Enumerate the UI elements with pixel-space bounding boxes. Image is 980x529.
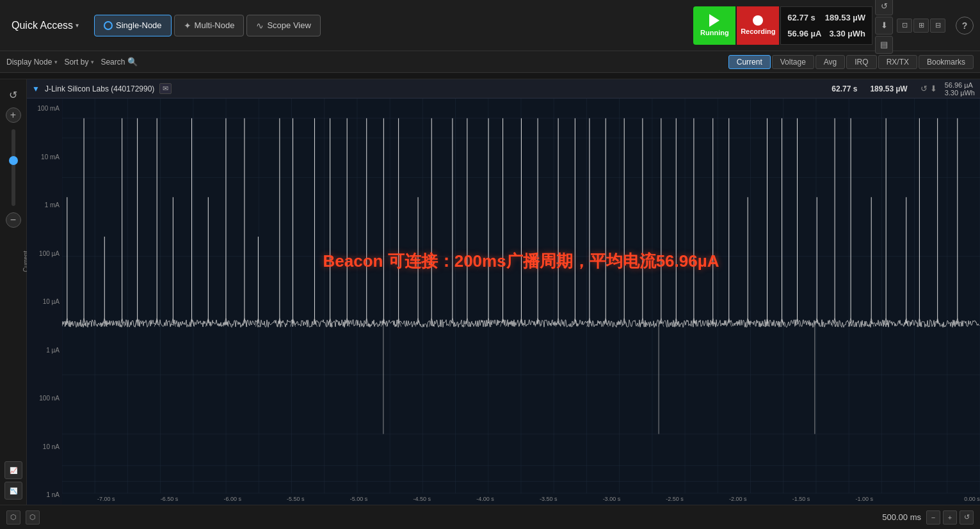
search-label: Search [100, 58, 125, 67]
scope-view-icon: ∿ [256, 20, 264, 31]
current-value: 56.96 µA [787, 29, 821, 38]
y-label-1na: 1 nA [29, 491, 60, 498]
view-tabs: Current Voltage Avg IRQ RX/TX Bookmarks [728, 55, 974, 69]
node-download-icon[interactable]: ⬇ [930, 84, 937, 93]
chart-type-button-1[interactable]: 📈 [4, 461, 22, 479]
quick-access-label: Quick Access [12, 20, 73, 31]
zoom-out-button[interactable]: − [6, 212, 21, 228]
zoom-reset-button[interactable]: ↺ [960, 510, 974, 525]
bottom-right: − + ↺ [926, 510, 974, 525]
help-icon: ? [962, 20, 968, 31]
search-icon: 🔍 [127, 57, 138, 67]
power-value: 189.53 µW [825, 13, 865, 22]
zoom-decrease-button[interactable]: − [926, 510, 940, 525]
node-icons-right: ↺ ⬇ [920, 84, 937, 93]
chart-type-button-2[interactable]: 📉 [4, 482, 22, 500]
bottom-icon-2[interactable]: ⬡ [26, 510, 40, 525]
y-label-100ma: 100 mA [29, 105, 60, 112]
thin-strip [0, 73, 980, 79]
multi-node-label: Multi-Node [195, 20, 235, 30]
zoom-slider[interactable] [12, 129, 15, 206]
multi-node-icon: ✦ [184, 20, 191, 31]
node-name-label: J-Link Silicon Labs (440172990) [45, 84, 154, 93]
display-node-dropdown[interactable]: Display Node ▾ [6, 58, 58, 67]
scope-view-label: Scope View [267, 20, 310, 30]
y-label-100na: 100 nA [29, 395, 60, 402]
tab-irq[interactable]: IRQ [846, 55, 876, 69]
main-area: ↺ + − Current 📈 📉 ▼ J-Link Silicon Labs … [0, 79, 980, 505]
sort-by-chevron-icon: ▾ [91, 59, 94, 65]
waveform-canvas [62, 99, 980, 505]
help-button[interactable]: ? [956, 17, 974, 35]
node-header: ▼ J-Link Silicon Labs (440172990) ✉ 62.7… [27, 79, 980, 99]
zoom-in-icon-button[interactable]: ⊞ [913, 19, 929, 33]
top-toolbar: Quick Access ▾ Single-Node ✦ Multi-Node … [0, 0, 980, 51]
node-bookmark-icon[interactable]: ✉ [159, 83, 172, 94]
node-time: 62.77 s [831, 84, 857, 93]
waveform-canvas-container[interactable]: Beacon 可连接：200ms广播周期，平均电流56.96µA -7.00 s… [62, 99, 980, 505]
zoom-out-icon-button[interactable]: ⊟ [930, 19, 945, 33]
y-label-100ua: 100 µA [29, 250, 60, 257]
running-label: Running [700, 29, 729, 36]
time-range-display: 500.00 ms [882, 512, 921, 522]
y-label-1ua: 1 µA [29, 347, 60, 354]
y-axis: 100 mA 10 mA 1 mA 100 µA 10 µA 1 µA 100 … [27, 99, 62, 505]
small-icons-group: ⊡ ⊞ ⊟ [897, 19, 945, 33]
tab-current[interactable]: Current [728, 55, 771, 69]
bottom-left-buttons: 📈 📉 [4, 461, 22, 505]
stats-box: 62.77 s 189.53 µW 56.96 µA 3.30 µWh [780, 6, 872, 45]
bottom-icon-1[interactable]: ⬡ [6, 510, 20, 525]
stat-row-bottom: 56.96 µA 3.30 µWh [787, 29, 865, 38]
sort-by-label: Sort by [64, 58, 88, 67]
tab-avg[interactable]: Avg [815, 55, 845, 69]
y-label-10na: 10 nA [29, 443, 60, 450]
chevron-down-icon: ▾ [76, 22, 79, 29]
nav-buttons: Single-Node ✦ Multi-Node ∿ Scope View [94, 15, 321, 36]
download-icon-button[interactable]: ⬇ [875, 17, 893, 35]
undo-button[interactable]: ↺ [4, 86, 22, 104]
quick-access-button[interactable]: Quick Access ▾ [6, 17, 84, 34]
scope-view-button[interactable]: ∿ Scope View [246, 15, 320, 36]
left-controls: ↺ + − Current 📈 📉 [0, 79, 27, 505]
sort-by-dropdown[interactable]: Sort by ▾ [64, 58, 94, 67]
single-node-icon [104, 21, 113, 30]
tab-rxtx[interactable]: RX/TX [878, 55, 917, 69]
node-stats: 62.77 s 189.53 µW ↺ ⬇ [831, 84, 936, 93]
zoom-in-button[interactable]: + [6, 107, 21, 123]
multi-node-button[interactable]: ✦ Multi-Node [174, 15, 245, 36]
recording-label: Recording [741, 28, 775, 35]
reset-icon-button[interactable]: ↺ [875, 0, 893, 15]
toolbar-right-icons: ↺ ⬇ ▤ [875, 0, 893, 54]
y-label-1ma: 1 mA [29, 201, 60, 209]
status-center: Running Recording 62.77 s 189.53 µW 56.9… [693, 0, 945, 54]
running-button[interactable]: Running [693, 6, 735, 45]
energy-value: 3.30 µWh [829, 29, 865, 38]
node-current-energy: 56.96 µA 3.30 µWh [945, 81, 975, 97]
save-icon-button[interactable]: ▤ [875, 36, 893, 54]
tab-bookmarks[interactable]: Bookmarks [919, 55, 974, 69]
node-energy-val: 3.30 µWh [945, 89, 975, 97]
tab-voltage[interactable]: Voltage [772, 55, 814, 69]
display-node-chevron-icon: ▾ [54, 59, 58, 65]
node-reset-icon[interactable]: ↺ [920, 84, 928, 93]
node-current-val: 56.96 µA [945, 81, 975, 89]
single-node-button[interactable]: Single-Node [94, 15, 172, 36]
time-value: 62.77 s [787, 13, 815, 22]
play-icon [709, 14, 719, 27]
small-icons-row-top: ⊡ ⊞ ⊟ [897, 19, 945, 33]
zoom-value: 500.00 ms [882, 512, 921, 522]
zoom-increase-button[interactable]: + [943, 510, 957, 525]
recording-button[interactable]: Recording [737, 6, 779, 45]
second-toolbar: Display Node ▾ Sort by ▾ Search 🔍 Curren… [0, 51, 980, 73]
y-label-10ma: 10 mA [29, 154, 60, 161]
record-dot-icon [753, 15, 763, 26]
y-label-10ua: 10 µA [29, 298, 60, 305]
zoom-fit-icon-button[interactable]: ⊡ [897, 19, 912, 33]
display-node-label: Display Node [6, 58, 52, 67]
single-node-label: Single-Node [116, 20, 162, 30]
waveform-area: ▼ J-Link Silicon Labs (440172990) ✉ 62.7… [27, 79, 980, 505]
bottom-bar: ⬡ ⬡ 500.00 ms − + ↺ [0, 505, 980, 529]
search-group[interactable]: Search 🔍 [100, 57, 138, 67]
node-power: 189.53 µW [870, 84, 907, 93]
node-collapse-icon[interactable]: ▼ [32, 84, 40, 93]
